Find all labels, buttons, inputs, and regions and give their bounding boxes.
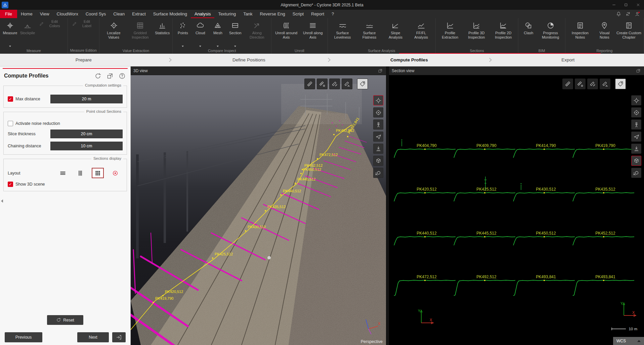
- minimize-button[interactable]: [608, 0, 620, 10]
- ribbon-tool-stockpile[interactable]: Stockpile: [19, 19, 36, 48]
- ribbon-tool-mesh[interactable]: Mesh: [209, 19, 226, 48]
- reset-button[interactable]: Reset: [47, 315, 83, 325]
- section-cell[interactable]: PK420,512: [394, 187, 456, 201]
- ribbon-tool-progress-monitoring[interactable]: Progress Monitoring: [537, 19, 564, 48]
- ribbon-tool-measure[interactable]: Measure: [1, 19, 19, 48]
- section-walkthrough-button[interactable]: [631, 119, 641, 130]
- help-button[interactable]: [118, 71, 126, 80]
- ribbon-tool-unroll-along-axis[interactable]: Unroll along Axis: [300, 19, 326, 48]
- menu-home[interactable]: Home: [17, 10, 36, 18]
- ribbon-tool-inspection-notes[interactable]: Inspection Notes: [567, 19, 594, 48]
- ribbon-tool-points[interactable]: Points: [174, 19, 191, 48]
- slice-thickness-input[interactable]: [50, 130, 123, 138]
- ribbon-tool-slope-analysis[interactable]: Slope Analysis: [383, 19, 409, 48]
- section-cell[interactable]: PK409,790: [454, 143, 515, 158]
- max-distance-input[interactable]: [50, 95, 123, 103]
- section-cell[interactable]: PK414,790: [513, 143, 575, 158]
- chaining-distance-input[interactable]: [50, 142, 123, 150]
- section-cell[interactable]: PK404,790: [394, 140, 456, 158]
- section-cell[interactable]: PK430,512: [513, 183, 575, 201]
- section-plumb-view-button[interactable]: [631, 144, 641, 154]
- menu-reverse-eng[interactable]: Reverse Eng: [256, 10, 289, 18]
- section-rotate-view-button[interactable]: [631, 168, 641, 178]
- 3d-viewport[interactable]: PK419,790PK420,512PK425,512PK430,512PK43…: [131, 75, 386, 345]
- projection-label[interactable]: Perspective: [361, 339, 383, 344]
- ribbon-tool-profile-3d-inspection[interactable]: Profile 3D Inspection: [463, 19, 490, 48]
- ribbon-tool-gridded-inspection[interactable]: Gridded Inspection: [127, 19, 154, 48]
- account-button[interactable]: [633, 10, 641, 18]
- section-cell[interactable]: PK450,512: [513, 231, 575, 245]
- section-orbit-button[interactable]: [631, 95, 641, 105]
- ribbon-tool-visual-notes[interactable]: Visual Notes: [594, 19, 615, 48]
- reset-parameters-button[interactable]: [93, 71, 102, 80]
- 3d-orbit-button[interactable]: [373, 95, 383, 105]
- 3d-measure-annotate-multi-button[interactable]: [342, 79, 352, 89]
- wizard-step-define-positions[interactable]: Define Positions: [172, 54, 326, 66]
- collapse-panel-handle[interactable]: [0, 197, 4, 205]
- detach-panel-button[interactable]: [105, 71, 114, 80]
- wizard-step-compute-profiles[interactable]: Compute Profiles: [331, 54, 487, 66]
- previous-button[interactable]: Previous: [5, 332, 42, 342]
- menu-extract[interactable]: Extract: [128, 10, 149, 18]
- layout-grid-button[interactable]: [92, 168, 104, 178]
- menu-cloudworx[interactable]: CloudWorx: [53, 10, 82, 18]
- section-cell[interactable]: PK445,512: [454, 231, 515, 245]
- 3d-fly-mode-button[interactable]: [373, 132, 383, 142]
- next-button[interactable]: Next: [77, 332, 109, 342]
- app-icon[interactable]: [2, 2, 8, 8]
- 3d-measure-distance-button[interactable]: [304, 79, 315, 89]
- ribbon-tool-ff-fl-analysis[interactable]: FF/FL Analysis: [408, 19, 434, 48]
- menu-coord-sys[interactable]: Coord Sys: [82, 10, 110, 18]
- ribbon-tool-create-custom-chapter[interactable]: Create Custom Chapter: [615, 19, 642, 48]
- menu-tank[interactable]: Tank: [240, 10, 256, 18]
- layout-rows-button[interactable]: [57, 168, 69, 178]
- ribbon-tool-surface-levelness[interactable]: Surface Levelness: [329, 19, 356, 48]
- 3d-label-tag-button[interactable]: [357, 79, 368, 89]
- section-cell[interactable]: PK419,790: [573, 143, 634, 158]
- menu-clean[interactable]: Clean: [110, 10, 128, 18]
- popout-section-view-button[interactable]: [635, 68, 641, 74]
- 3d-walkthrough-button[interactable]: [373, 119, 383, 130]
- close-button[interactable]: [632, 0, 644, 10]
- ribbon-tool-edit-label[interactable]: Edit Label: [69, 20, 98, 28]
- section-measure-distance-button[interactable]: [562, 79, 573, 89]
- section-cell[interactable]: PK492,512: [454, 275, 515, 296]
- layout-polar-button[interactable]: [109, 168, 121, 178]
- section-measure-annotate-button[interactable]: [587, 79, 598, 89]
- 3d-measure-distance-multi-button[interactable]: [317, 79, 328, 89]
- ribbon-tool-profile-2d-inspection[interactable]: Profile 2D Inspection: [490, 19, 517, 48]
- ribbon-tool-statistics[interactable]: Statistics: [154, 19, 171, 48]
- menu-help[interactable]: ?: [328, 10, 338, 18]
- section-cell[interactable]: PK493,841: [573, 275, 634, 296]
- section-viewport[interactable]: PK404,790PK409,790PK414,790PK419,790PK42…: [389, 75, 644, 345]
- section-cell[interactable]: PK452,512: [573, 231, 634, 245]
- show-3d-scene-checkbox[interactable]: [8, 182, 13, 187]
- ribbon-tool-surface-flatness[interactable]: Surface Flatness: [356, 19, 383, 48]
- section-label-tag-button[interactable]: [615, 79, 626, 89]
- skip-to-export-button[interactable]: [112, 332, 126, 342]
- max-distance-checkbox[interactable]: [8, 96, 13, 102]
- section-cell[interactable]: PK425,512: [454, 177, 515, 201]
- wizard-step-export[interactable]: Export: [492, 54, 644, 66]
- notifications-button[interactable]: [614, 10, 622, 18]
- sync-button[interactable]: [624, 10, 632, 18]
- layout-columns-button[interactable]: [74, 168, 86, 178]
- wcs-selector[interactable]: WCS: [613, 337, 644, 345]
- menu-surface-modeling[interactable]: Surface Modeling: [149, 10, 191, 18]
- ribbon-tool-localize-values[interactable]: Localize Values: [101, 19, 127, 48]
- 3d-measure-annotate-button[interactable]: [329, 79, 340, 89]
- menu-view[interactable]: View: [36, 10, 53, 18]
- ribbon-tool-unroll-around-axis[interactable]: Unroll around Axis: [273, 19, 300, 48]
- ribbon-tool-section[interactable]: Section: [226, 19, 244, 48]
- menu-script[interactable]: Script: [289, 10, 307, 18]
- 3d-view-cube-button[interactable]: [373, 156, 383, 166]
- section-center-target-button[interactable]: [631, 107, 641, 117]
- menu-file[interactable]: File: [0, 10, 17, 18]
- section-cell[interactable]: PK472,512: [394, 275, 456, 296]
- menu-analysis[interactable]: Analysis: [191, 10, 214, 18]
- ribbon-tool-along-direction[interactable]: Along Direction: [244, 19, 270, 48]
- ribbon-tool-profile-extraction[interactable]: Profile Extraction: [437, 19, 463, 48]
- section-measure-annotate-multi-button[interactable]: [600, 79, 610, 89]
- section-cell[interactable]: PK440,512: [394, 231, 456, 245]
- ribbon-tool-cloud[interactable]: Cloud: [191, 19, 209, 48]
